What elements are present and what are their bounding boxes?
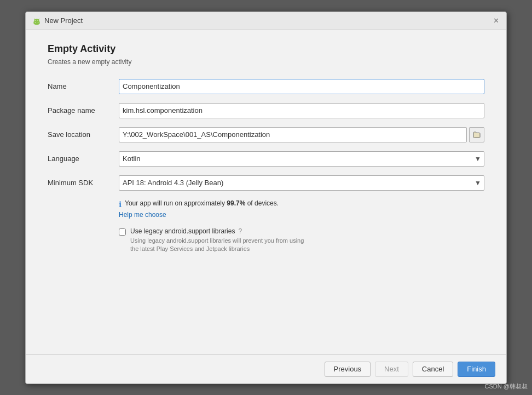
- watermark: CSDN @韩叔叔: [485, 382, 528, 391]
- name-label: Name: [48, 82, 119, 90]
- language-select[interactable]: Kotlin Java: [119, 151, 484, 167]
- title-bar-left: New Project: [32, 16, 83, 25]
- package-name-input[interactable]: [119, 103, 484, 118]
- minimum-sdk-select[interactable]: API 18: Android 4.3 (Jelly Bean) API 21:…: [119, 175, 484, 191]
- language-select-wrapper: Kotlin Java ▼: [119, 151, 484, 167]
- dialog-footer: Previous Next Cancel Finish: [26, 354, 506, 383]
- new-project-dialog: New Project × Empty Activity Creates a n…: [25, 12, 507, 384]
- info-text: Your app will run on approximately 99.7%…: [125, 199, 279, 207]
- save-location-input-group: [119, 127, 484, 142]
- name-input[interactable]: [119, 79, 484, 94]
- minimum-sdk-row: Minimum SDK API 18: Android 4.3 (Jelly B…: [48, 175, 484, 191]
- dialog-title: New Project: [44, 16, 83, 25]
- folder-icon: [473, 131, 481, 138]
- package-name-row: Package name: [48, 103, 484, 118]
- next-button[interactable]: Next: [375, 362, 408, 377]
- android-icon: [32, 16, 41, 25]
- cancel-button[interactable]: Cancel: [413, 362, 453, 377]
- svg-point-8: [37, 20, 38, 20]
- finish-button[interactable]: Finish: [458, 362, 495, 377]
- checkbox-label-row: Use legacy android.support libraries ?: [130, 227, 304, 235]
- save-location-label: Save location: [48, 130, 119, 139]
- checkbox-section: Use legacy android.support libraries ? U…: [119, 227, 484, 254]
- svg-point-7: [35, 20, 36, 20]
- legacy-support-checkbox[interactable]: [119, 228, 126, 236]
- dialog-body: Empty Activity Creates a new empty activ…: [26, 30, 506, 354]
- info-section: ℹ Your app will run on approximately 99.…: [119, 199, 484, 219]
- minimum-sdk-label: Minimum SDK: [48, 179, 119, 187]
- info-percent: 99.7%: [227, 199, 245, 207]
- checkbox-content: Use legacy android.support libraries ? U…: [130, 227, 304, 254]
- minimum-sdk-select-wrapper: API 18: Android 4.3 (Jelly Bean) API 21:…: [119, 175, 484, 191]
- close-button[interactable]: ×: [493, 16, 500, 25]
- info-line: ℹ Your app will run on approximately 99.…: [119, 199, 484, 209]
- name-row: Name: [48, 79, 484, 94]
- title-bar: New Project ×: [26, 12, 506, 30]
- info-message-suffix: of devices.: [245, 199, 279, 207]
- save-location-input[interactable]: [119, 127, 467, 142]
- language-label: Language: [48, 154, 119, 163]
- section-subtitle: Creates a new empty activity: [48, 58, 484, 66]
- checkbox-label-text: Use legacy android.support libraries: [130, 227, 235, 235]
- checkbox-help-icon[interactable]: ?: [238, 227, 242, 235]
- help-me-choose-link[interactable]: Help me choose: [119, 211, 484, 219]
- language-row: Language Kotlin Java ▼: [48, 151, 484, 167]
- checkbox-description: Using legacy android.support libraries w…: [130, 237, 304, 254]
- previous-button[interactable]: Previous: [325, 362, 371, 377]
- package-name-label: Package name: [48, 106, 119, 115]
- browse-folder-button[interactable]: [469, 127, 484, 142]
- section-title: Empty Activity: [48, 43, 484, 55]
- info-icon: ℹ: [119, 200, 122, 209]
- save-location-row: Save location: [48, 127, 484, 142]
- svg-point-6: [34, 19, 39, 22]
- info-message-prefix: Your app will run on approximately: [125, 199, 227, 207]
